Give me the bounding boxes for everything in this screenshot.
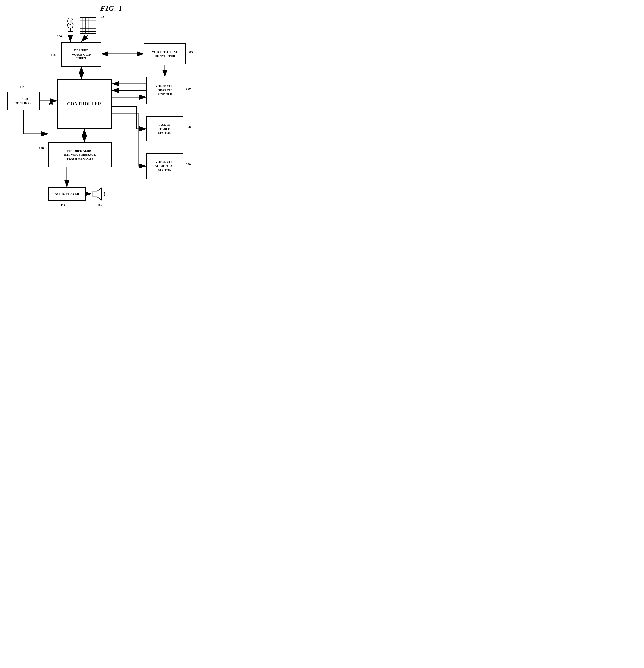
svg-point-4 [69, 21, 70, 21]
grid-icon [79, 17, 97, 34]
audio-player-number: 114 [61, 203, 65, 207]
svg-point-5 [70, 21, 71, 21]
audio-player-label: AUDIO PLAYER [55, 192, 79, 196]
svg-point-3 [71, 20, 72, 20]
user-controls-label: USER CONTROLS [15, 97, 33, 105]
figure-title: FIG. 1 [0, 0, 223, 12]
desired-voice-clip-label: DESIRED VOICE CLIP INPUT [72, 48, 91, 61]
speaker-number: 116 [98, 203, 102, 207]
controller-label: CONTROLLER [67, 101, 101, 107]
encoded-audio-box: ENCODED AUDIO (e.g., VOICE MESSAGE FLASH… [48, 142, 111, 167]
voice-clip-search-label: VOICE CLIP SEARCH MODULE [155, 84, 175, 97]
svg-point-8 [70, 22, 71, 22]
svg-point-9 [71, 22, 72, 22]
voice-clip-audio-text-label: VOICE CLIP AUDIO TEXT SECTOR [155, 160, 175, 172]
audio-table-sector-label: AUDIO TABLE SECTOR [158, 123, 171, 135]
desired-voice-clip-box: DESIRED VOICE CLIP INPUT [61, 42, 101, 67]
microphone-number: 124 [57, 34, 62, 38]
svg-point-6 [71, 21, 72, 21]
voice-to-text-label: VOICE-TO-TEXT CONVERTER [152, 50, 178, 58]
svg-point-1 [69, 20, 70, 20]
desired-voice-clip-number: 110 [51, 53, 56, 57]
audio-table-sector-box: AUDIO TABLE SECTOR [146, 117, 183, 141]
audio-player-box: AUDIO PLAYER [48, 187, 86, 201]
voice-clip-search-box: VOICE CLIP SEARCH MODULE [146, 77, 183, 104]
voice-clip-audio-text-box: VOICE CLIP AUDIO TEXT SECTOR [146, 153, 183, 179]
audio-table-sector-number: 360 [186, 125, 191, 129]
svg-point-7 [69, 22, 70, 22]
voice-to-text-number: 102 [189, 49, 193, 54]
svg-line-27 [81, 35, 88, 42]
grid-number: 122 [99, 15, 104, 19]
voice-clip-audio-text-number: 300 [186, 162, 191, 166]
user-controls-box: USER CONTROLS [8, 92, 40, 110]
controller-box: CONTROLLER [57, 79, 111, 129]
svg-marker-23 [93, 188, 102, 200]
voice-to-text-box: VOICE-TO-TEXT CONVERTER [144, 43, 186, 64]
svg-point-2 [70, 20, 71, 20]
encoded-audio-number: 106 [39, 146, 44, 150]
svg-rect-12 [80, 17, 96, 34]
speaker-icon [92, 186, 108, 201]
controller-number: 108 [49, 102, 54, 106]
microphone-icon [66, 18, 75, 35]
user-controls-number: 112 [20, 86, 25, 89]
diagram-arrows [0, 0, 223, 236]
encoded-audio-label: ENCODED AUDIO (e.g., VOICE MESSAGE FLASH… [64, 149, 96, 161]
voice-clip-search-number: 100 [186, 87, 191, 91]
